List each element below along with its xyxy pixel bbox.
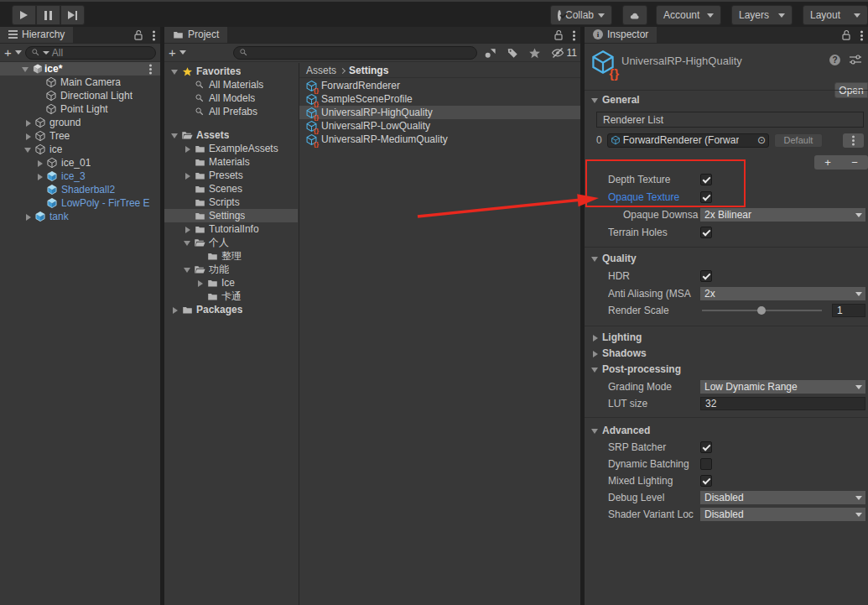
asset-samplesceneprofile[interactable]: {} SampleSceneProfile [299, 92, 580, 106]
section-general[interactable]: General [590, 93, 640, 107]
lock-icon[interactable] [841, 29, 851, 41]
hierarchy-item-lowpoly-firtree[interactable]: LowPoly - FirTree E [0, 196, 160, 210]
expand-arrow-icon[interactable] [169, 128, 180, 142]
tree-item-scripts[interactable]: Scripts [164, 196, 298, 209]
account-dropdown[interactable]: Account [656, 5, 721, 25]
object-picker-icon[interactable]: ⊙ [757, 134, 766, 146]
hdr-checkbox[interactable] [700, 270, 712, 282]
depth-texture-checkbox[interactable] [700, 174, 712, 185]
project-search-input[interactable] [233, 46, 477, 60]
tree-item-all-models[interactable]: All Models [164, 91, 298, 105]
breadcrumb-current[interactable]: Settings [349, 65, 388, 76]
tab-inspector[interactable]: i Inspector [585, 27, 657, 43]
expand-arrow-icon[interactable] [182, 142, 193, 155]
srp-batcher-checkbox[interactable] [700, 441, 712, 453]
tab-project[interactable]: Project [164, 27, 227, 43]
collab-button[interactable]: Collab [550, 5, 612, 25]
expand-arrow-icon[interactable] [23, 143, 34, 156]
add-button[interactable]: + [4, 47, 12, 59]
hierarchy-item-shaderball2[interactable]: Shaderball2 [0, 183, 160, 196]
presets-icon[interactable] [849, 54, 862, 65]
tree-item-settings[interactable]: Settings [164, 209, 298, 222]
terrain-holes-checkbox[interactable] [700, 227, 712, 238]
tree-item-cartoon[interactable]: 卡通 [164, 289, 298, 303]
tree-item-personal[interactable]: 个人 [164, 236, 298, 249]
play-button[interactable] [12, 5, 36, 25]
tree-item-favorites[interactable]: Favorites [164, 65, 298, 78]
tab-hierarchy[interactable]: Hierarchy [0, 27, 73, 43]
opaque-downsampling-dropdown[interactable]: 2x Bilinear [700, 208, 865, 222]
cloud-button[interactable] [622, 5, 647, 25]
layers-dropdown[interactable]: Layers [731, 5, 793, 25]
section-quality[interactable]: Quality [590, 252, 637, 265]
add-button[interactable]: + [169, 47, 176, 59]
asset-universalrp-lowquality[interactable]: {} UniversalRP-LowQuality [299, 119, 580, 133]
hierarchy-item-point-light[interactable]: Point Light [0, 102, 160, 116]
hidden-count-toggle[interactable]: 11 [551, 46, 577, 60]
favorites-star-icon[interactable] [528, 47, 541, 60]
tree-item-materials[interactable]: Materials [164, 155, 298, 169]
kebab-menu-icon[interactable] [860, 34, 863, 37]
grading-mode-dropdown[interactable]: Low Dynamic Range [700, 380, 865, 394]
asset-forwardrenderer[interactable]: {} ForwardRenderer [299, 79, 580, 92]
tree-item-all-materials[interactable]: All Materials [164, 78, 298, 91]
expand-arrow-icon[interactable] [182, 222, 193, 236]
asset-universalrp-highquality[interactable]: {} UniversalRP-HighQuality [299, 106, 580, 119]
tree-item-presets[interactable]: Presets [164, 169, 298, 182]
tree-item-features[interactable]: 功能 [164, 263, 298, 276]
hierarchy-item-ice[interactable]: ice [0, 143, 160, 156]
remove-renderer-button[interactable]: − [841, 155, 868, 170]
expand-arrow-icon[interactable] [23, 210, 34, 223]
step-button[interactable] [60, 5, 85, 25]
tree-item-scenes[interactable]: Scenes [164, 182, 298, 196]
slider-thumb[interactable] [757, 306, 766, 315]
section-lighting[interactable]: Lighting [590, 331, 642, 344]
antialiasing-dropdown[interactable]: 2x [700, 287, 865, 300]
section-advanced[interactable]: Advanced [590, 424, 650, 437]
hierarchy-item-tree[interactable]: Tree [0, 129, 160, 143]
section-post-processing[interactable]: Post-processing [590, 362, 681, 376]
renderer-kebab-button[interactable] [843, 133, 864, 148]
shader-variant-log-dropdown[interactable]: Disabled [700, 508, 865, 521]
tree-item-all-prefabs[interactable]: All Prefabs [164, 105, 298, 118]
kebab-menu-icon[interactable] [573, 34, 575, 37]
tree-item-packages[interactable]: Packages [164, 303, 298, 316]
renderer-object-field[interactable]: ForwardRenderer (Forwar ⊙ [607, 133, 769, 148]
add-renderer-button[interactable]: + [814, 155, 841, 170]
expand-arrow-icon[interactable] [23, 116, 34, 129]
tree-item-exampleassets[interactable]: ExampleAssets [164, 142, 298, 155]
expand-arrow-icon[interactable] [34, 170, 45, 183]
expand-arrow-icon[interactable] [195, 276, 205, 289]
tree-item-tutorialinfo[interactable]: TutorialInfo [164, 222, 298, 236]
expand-arrow-icon[interactable] [169, 65, 180, 78]
tree-item-organize[interactable]: 整理 [164, 249, 298, 263]
expand-arrow-icon[interactable] [23, 129, 34, 143]
hierarchy-item-directional-light[interactable]: Directional Light [0, 89, 160, 102]
layout-dropdown[interactable]: Layout [803, 5, 868, 25]
default-button[interactable]: Default [774, 133, 823, 148]
hierarchy-search-input[interactable]: All [25, 46, 156, 60]
pause-button[interactable] [36, 5, 60, 25]
breadcrumb-root[interactable]: Assets [306, 65, 336, 76]
expand-arrow-icon[interactable] [182, 263, 193, 276]
opaque-texture-checkbox[interactable] [700, 191, 712, 203]
scene-row[interactable]: ice* [0, 62, 160, 76]
search-by-label-icon[interactable] [507, 47, 518, 59]
hierarchy-item-ice-01[interactable]: ice_01 [0, 156, 160, 170]
dynamic-batching-checkbox[interactable] [700, 458, 712, 470]
expand-arrow-icon[interactable] [182, 236, 193, 249]
render-scale-field[interactable]: 1 [832, 304, 865, 317]
lock-icon[interactable] [133, 29, 143, 41]
tree-item-ice-folder[interactable]: Ice [164, 276, 298, 289]
render-scale-slider[interactable] [700, 304, 824, 317]
expand-arrow-icon[interactable] [20, 62, 31, 76]
hierarchy-item-ice-3[interactable]: ice_3 [0, 170, 160, 183]
hierarchy-item-main-camera[interactable]: Main Camera [0, 76, 160, 89]
expand-arrow-icon[interactable] [182, 169, 193, 182]
section-shadows[interactable]: Shadows [590, 347, 647, 360]
lut-size-field[interactable]: 32 [700, 397, 865, 410]
mixed-lighting-checkbox[interactable] [700, 475, 712, 487]
expand-arrow-icon[interactable] [169, 303, 180, 316]
search-by-type-icon[interactable] [484, 47, 496, 60]
kebab-menu-icon[interactable] [153, 34, 155, 37]
